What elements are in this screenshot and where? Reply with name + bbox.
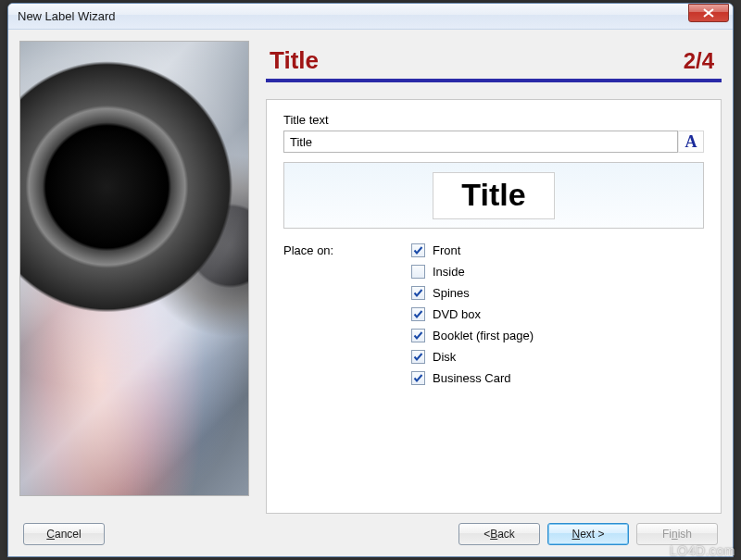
- checkbox[interactable]: [411, 307, 425, 321]
- title-text-input[interactable]: [283, 131, 678, 153]
- step-counter: 2/4: [684, 48, 714, 74]
- checkbox[interactable]: [411, 350, 425, 364]
- preview-inner: Title: [433, 172, 554, 219]
- close-button[interactable]: [688, 4, 729, 22]
- place-on-list: FrontInsideSpinesDVD boxBooklet (first p…: [411, 243, 534, 385]
- main-row: Title 2/4 Title text A Title: [19, 41, 722, 514]
- font-button[interactable]: A: [678, 131, 704, 153]
- checkbox-label: Business Card: [433, 371, 511, 385]
- checkbox-row: Spines: [411, 286, 534, 300]
- title-preview: Title: [283, 162, 704, 229]
- check-icon: [413, 288, 423, 298]
- client-area: Title 2/4 Title text A Title: [8, 30, 733, 556]
- step-title: Title: [270, 46, 684, 75]
- check-icon: [413, 373, 423, 383]
- checkbox-label: Booklet (first page): [433, 329, 534, 342]
- title-text-label: Title text: [283, 113, 704, 127]
- checkbox-row: Booklet (first page): [411, 329, 534, 342]
- checkbox-row: Disk: [411, 350, 534, 364]
- checkbox-row: Inside: [411, 265, 534, 279]
- window-title: New Label Wizard: [18, 9, 688, 23]
- check-icon: [413, 352, 423, 362]
- checkbox-label: Inside: [433, 265, 465, 279]
- checkbox-label: Spines: [433, 286, 470, 300]
- finish-button[interactable]: Finish: [636, 523, 718, 545]
- back-button[interactable]: < Back: [458, 523, 540, 545]
- check-icon: [413, 309, 423, 319]
- checkbox-row: Front: [411, 243, 534, 257]
- checkbox-label: Disk: [433, 350, 456, 364]
- cancel-button[interactable]: Cancel: [23, 523, 105, 545]
- button-spacer: [112, 523, 451, 545]
- checkbox[interactable]: [411, 286, 425, 300]
- watermark: LO4D.com: [670, 543, 735, 558]
- font-icon: A: [685, 132, 697, 152]
- checkbox-row: Business Card: [411, 371, 534, 385]
- wizard-window: New Label Wizard Title 2/4 Title text: [7, 3, 734, 557]
- place-on-label: Place on:: [283, 243, 411, 385]
- titlebar[interactable]: New Label Wizard: [8, 4, 733, 30]
- checkbox[interactable]: [411, 265, 425, 279]
- checkbox[interactable]: [411, 329, 425, 342]
- right-pane: Title 2/4 Title text A Title: [266, 41, 722, 514]
- checkbox-label: Front: [433, 243, 460, 257]
- close-icon: [703, 8, 714, 18]
- checkbox[interactable]: [411, 243, 425, 257]
- title-input-row: A: [283, 131, 704, 153]
- check-icon: [413, 330, 423, 341]
- checkbox[interactable]: [411, 371, 425, 385]
- place-on-section: Place on: FrontInsideSpinesDVD boxBookle…: [283, 243, 704, 385]
- checkbox-row: DVD box: [411, 307, 534, 321]
- button-row: Cancel < Back Next > Finish: [19, 514, 722, 549]
- checkbox-label: DVD box: [433, 307, 481, 321]
- check-icon: [413, 245, 423, 255]
- content-box: Title text A Title Place on:: [266, 99, 722, 514]
- step-header: Title 2/4: [266, 46, 722, 82]
- preview-text: Title: [461, 177, 525, 212]
- next-button[interactable]: Next >: [547, 523, 629, 545]
- wizard-side-image: [19, 41, 249, 496]
